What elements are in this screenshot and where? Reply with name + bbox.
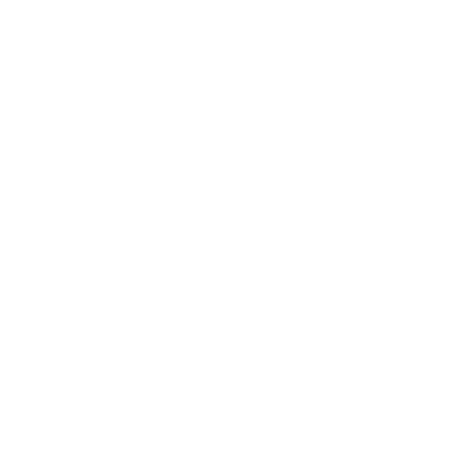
bottleneck-chart [0,0,476,476]
chart-stage [0,0,476,476]
